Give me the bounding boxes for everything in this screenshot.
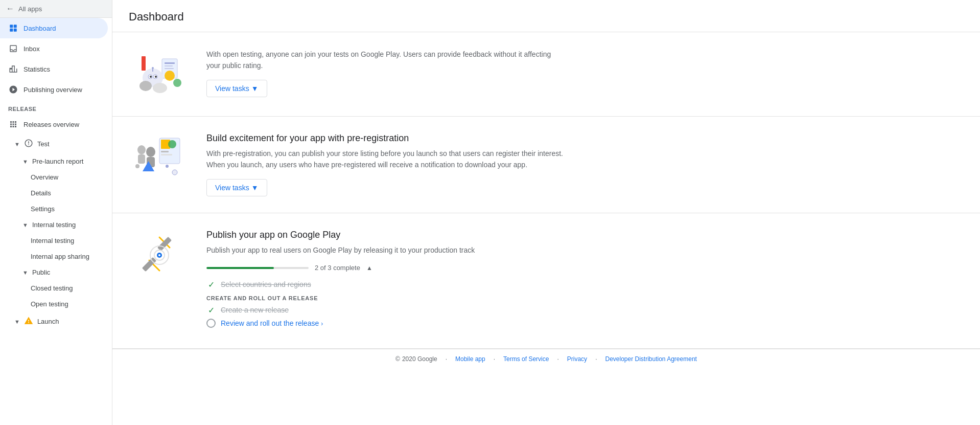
svg-rect-8 [142,56,146,71]
svg-point-33 [172,170,177,175]
sidebar-item-statistics[interactable]: Statistics [0,59,108,79]
sidebar-item-dashboard[interactable]: Dashboard [0,18,108,38]
statistics-icon [8,64,18,74]
launch-group-header[interactable]: ▼ Launch [0,312,112,331]
test-chevron-icon: ▼ [14,141,20,147]
progress-chevron-icon[interactable]: ▲ [366,264,372,272]
pre-launch-report-header[interactable]: ▼ Pre-launch report [0,153,112,169]
svg-rect-36 [157,237,172,251]
inbox-label: Inbox [24,45,40,53]
footer-privacy-link[interactable]: Privacy [567,355,587,363]
footer-dot-1: · [446,355,447,363]
main-header: Dashboard [112,0,980,32]
inbox-icon [8,43,18,54]
svg-point-41 [158,254,160,256]
dashboard-label: Dashboard [24,25,56,32]
svg-rect-7 [165,68,174,69]
pre-registration-illustration [129,133,190,184]
pre-launch-settings-label: Settings [31,205,55,213]
public-chevron-icon: ▼ [22,270,28,276]
svg-point-17 [153,83,167,93]
task-check-icon-2: ✓ [206,305,216,315]
publishing-overview-icon [8,84,18,95]
pre-registration-card: Build excitement for your app with pre-r… [112,117,980,213]
internal-testing-group-header[interactable]: ▼ Internal testing [0,217,112,233]
footer: © 2020 Google · Mobile app · Terms of Se… [112,349,980,369]
footer-year: 2020 Google [402,355,437,363]
footer-dot-3: · [557,355,558,363]
copyright-symbol: © [395,355,400,363]
sidebar-item-releases-overview[interactable]: Releases overview [0,114,108,135]
publish-illustration [129,230,190,281]
pre-launch-overview-item[interactable]: Overview [0,169,112,185]
svg-rect-5 [165,62,175,64]
pre-launch-label: Pre-launch report [32,158,83,165]
back-arrow-icon: ← [6,4,14,13]
publish-description: Publish your app to real users on Google… [206,244,564,256]
open-testing-description: With open testing, anyone can join your … [206,49,564,72]
sidebar: ← All apps Dashboard Inbox Statistics Pu… [0,0,112,425]
task-circle-icon-3 [206,319,216,328]
pre-registration-content: Build excitement for your app with pre-r… [206,133,964,196]
public-group-header[interactable]: ▼ Public [0,264,112,280]
sidebar-item-publishing-overview[interactable]: Publishing overview [0,79,108,100]
open-testing-card: With open testing, anyone can join your … [112,32,980,117]
open-testing-illustration [129,49,190,100]
launch-label: Launch [37,318,59,325]
pre-launch-chevron-icon: ▼ [22,159,28,165]
svg-point-12 [150,76,152,78]
releases-overview-icon [8,119,18,129]
task-text-3: Review and roll out the release › [221,319,323,327]
progress-bar-track [206,267,309,269]
svg-rect-24 [161,154,172,155]
task-text-2: Create a new release [221,306,289,314]
page-title: Dashboard [129,10,964,24]
task-review-release[interactable]: Review and roll out the release › [206,319,964,328]
open-testing-view-tasks-button[interactable]: View tasks ▼ [206,80,267,97]
sidebar-item-inbox[interactable]: Inbox [0,38,108,59]
svg-point-27 [146,147,155,157]
internal-testing-item[interactable]: Internal testing [0,233,112,249]
internal-testing-chevron-icon: ▼ [22,222,28,228]
svg-rect-6 [165,65,173,66]
launch-chevron-icon: ▼ [14,319,20,325]
open-testing-item[interactable]: Open testing [0,296,112,312]
dashboard-icon [8,23,18,33]
svg-point-31 [135,164,139,168]
publish-progress-container: 2 of 3 complete ▲ [206,264,964,272]
svg-point-15 [152,67,154,69]
pre-launch-overview-label: Overview [31,173,58,181]
task-check-icon-1: ✓ [206,280,216,289]
footer-tos-link[interactable]: Terms of Service [503,355,549,363]
closed-testing-label: Closed testing [31,284,73,292]
svg-rect-3 [14,29,17,32]
test-group-header[interactable]: ▼ Test [0,135,112,153]
pre-registration-description: With pre-registration, you can publish y… [206,148,564,171]
svg-rect-23 [161,151,169,152]
svg-point-13 [155,76,157,78]
pre-registration-btn-label: View tasks [215,184,249,192]
footer-dda-link[interactable]: Developer Distribution Agreement [605,355,696,363]
pre-registration-btn-chevron-icon: ▼ [251,184,259,192]
closed-testing-item[interactable]: Closed testing [0,280,112,296]
pre-registration-view-tasks-button[interactable]: View tasks ▼ [206,179,267,196]
internal-testing-group-label: Internal testing [32,221,76,229]
footer-mobile-app-link[interactable]: Mobile app [455,355,485,363]
publish-card: Publish your app on Google Play Publish … [112,213,980,349]
open-testing-btn-chevron-icon: ▼ [251,84,259,93]
all-apps-back[interactable]: ← All apps [0,0,112,18]
svg-point-25 [137,145,146,154]
releases-overview-label: Releases overview [24,121,79,128]
svg-point-18 [165,71,175,81]
svg-rect-2 [10,29,13,32]
public-group-label: Public [32,269,50,276]
internal-testing-label: Internal testing [31,237,74,244]
content-area: With open testing, anyone can join your … [112,32,980,425]
svg-rect-26 [138,154,145,164]
launch-warning-icon [24,316,33,327]
footer-dot-2: · [494,355,495,363]
pre-launch-details-item[interactable]: Details [0,185,112,201]
main-content: Dashboard [112,0,980,425]
pre-launch-settings-item[interactable]: Settings [0,201,112,217]
internal-app-sharing-item[interactable]: Internal app sharing [0,249,112,264]
